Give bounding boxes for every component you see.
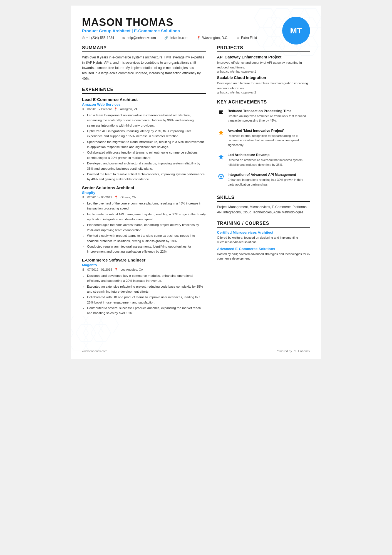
job-2: Senior Solutions Architect Shopify 🗓 02/… — [82, 185, 206, 254]
flag-icon — [217, 109, 225, 117]
avatar: MT — [282, 17, 310, 45]
experience-section: EXPERIENCE Lead E-Commerce Architect Ama… — [82, 87, 206, 316]
training-1: Certified Microservices Architect Offere… — [217, 230, 310, 245]
bullet: Led the overhaul of the core e-commerce … — [87, 201, 206, 211]
extra-field: Extra Field — [241, 36, 257, 40]
bullet: Developed and governed architectural sta… — [87, 161, 206, 171]
achievement-2-content: Awarded 'Most Innovative Project' Receiv… — [228, 129, 310, 147]
svg-point-25 — [220, 176, 222, 177]
calendar-icon-3: 🗓 — [82, 268, 85, 271]
achievement-1: Reduced Transaction Processing Time Crea… — [217, 109, 310, 126]
achievement-2: Awarded 'Most Innovative Project' Receiv… — [217, 129, 310, 151]
achievements-divider — [217, 106, 310, 106]
achievement-2-desc: Received internal recognition for spearh… — [228, 134, 310, 147]
training-2: Advanced E-Commerce Solutions Hosted by … — [217, 247, 310, 261]
training-2-desc: Hosted by edX; covered advanced strategi… — [217, 252, 310, 261]
svg-rect-21 — [219, 110, 219, 115]
achievements-title: KEY ACHIEVEMENTS — [217, 100, 310, 105]
right-column: PROJECTS API Gateway Enhancement Project… — [214, 45, 310, 321]
location-icon: 📍 — [197, 36, 201, 40]
achievement-4: Integration of Advanced API Management E… — [217, 173, 310, 189]
location: Washington, D.C. — [202, 36, 228, 40]
skills-divider — [217, 201, 310, 202]
bullet: Pioneered agile methods across teams, en… — [87, 222, 206, 233]
summary-text: With over 8 years in e-commerce systems … — [82, 55, 206, 82]
job-1-period: 06/2019 - Present — [87, 107, 111, 111]
phone-icon: ✆ — [82, 36, 85, 40]
bullet: Directed the team to resolve critical te… — [87, 172, 206, 182]
job-2-company: Shopify — [82, 191, 206, 195]
bullet: Conducted regular architectural assessme… — [87, 244, 206, 254]
phone: +1-(234)-555-1234 — [86, 36, 114, 40]
experience-divider — [82, 93, 206, 94]
summary-section: SUMMARY With over 8 years in e-commerce … — [82, 45, 206, 82]
experience-title: EXPERIENCE — [82, 87, 206, 92]
achievement-2-title: Awarded 'Most Innovative Project' — [228, 129, 310, 133]
star-blue-icon — [217, 153, 225, 161]
achievement-4-desc: Enhanced integrations resulting in a 30%… — [228, 177, 310, 187]
job-3-title: E-Commerce Software Engineer — [82, 258, 206, 262]
header: MT MASON THOMAS Product Group Architect … — [71, 17, 321, 45]
achievement-1-desc: Created an improved architecture framewo… — [228, 114, 310, 123]
job-2-meta: 🗓 02/2015 - 05/2019 📍 Ottawa, ON — [82, 196, 206, 199]
location-icon-2: 📍 — [114, 196, 118, 199]
powered-by-label: Powered by — [276, 349, 292, 353]
job-2-location: Ottawa, ON — [120, 196, 136, 199]
email-item: ✉ help@enhancv.com — [122, 36, 156, 40]
location-icon-1: 📍 — [114, 107, 118, 111]
job-3-location: Los Angeles, CA — [120, 268, 143, 271]
star-icon: ☆ — [237, 36, 240, 40]
enhancv-icon: ∞ — [294, 349, 296, 353]
bullet: Executed an extensive refactoring projec… — [87, 284, 206, 294]
job-1: Lead E-Commerce Architect Amazon Web Ser… — [82, 97, 206, 182]
location-item: 📍 Washington, D.C. — [197, 36, 228, 40]
linkedin-icon: 🔗 — [164, 36, 168, 40]
skills-title: SKILLS — [217, 195, 310, 200]
svg-marker-22 — [218, 130, 224, 135]
job-3-period: 07/2012 - 01/2015 — [87, 268, 112, 271]
content-wrapper: SUMMARY With over 8 years in e-commerce … — [71, 45, 321, 321]
project-2-link: github.com/enhancv/project2 — [217, 91, 310, 94]
calendar-icon-2: 🗓 — [82, 196, 85, 199]
linkedin: linkedin.com — [170, 36, 188, 40]
bullet: Led a team to implement an innovative mi… — [87, 113, 206, 128]
contact-info: ✆ +1-(234)-555-1234 ✉ help@enhancv.com 🔗… — [82, 36, 310, 40]
bullet: Worked closely with product teams to tra… — [87, 233, 206, 243]
bullet: Designed and developed key e-commerce mo… — [87, 273, 206, 283]
brand-name: Enhancv — [298, 349, 310, 353]
footer: www.enhancv.com Powered by ∞ Enhancv — [82, 349, 310, 353]
summary-divider — [82, 51, 206, 52]
job-title: Product Group Architect | E-Commerce Sol… — [82, 28, 310, 33]
summary-title: SUMMARY — [82, 45, 206, 50]
job-2-bullets: Led the overhaul of the core e-commerce … — [82, 201, 206, 254]
achievement-3-desc: Directed an architecture overhaul that i… — [228, 158, 310, 167]
achievement-4-content: Integration of Advanced API Management E… — [228, 173, 310, 187]
training-divider — [217, 227, 310, 228]
extra-item: ☆ Extra Field — [237, 36, 257, 40]
job-1-meta: 🗓 06/2019 - Present 📍 Arlington, VA — [82, 107, 206, 111]
bullet: Spearheaded the migration to cloud infra… — [87, 139, 206, 150]
job-1-company: Amazon Web Services — [82, 102, 206, 107]
svg-marker-23 — [218, 154, 224, 159]
footer-website: www.enhancv.com — [82, 349, 107, 353]
bullet: Optimized API integrations, reducing lat… — [87, 129, 206, 139]
achievement-1-content: Reduced Transaction Processing Time Crea… — [228, 109, 310, 123]
calendar-icon-1: 🗓 — [82, 107, 85, 111]
name: MASON THOMAS — [82, 17, 310, 28]
star-orange-icon — [217, 129, 225, 137]
job-2-period: 02/2015 - 05/2019 — [87, 196, 112, 199]
training-title: TRAINING / COURSES — [217, 221, 310, 226]
bullet: Collaborated with cross-functional teams… — [87, 150, 206, 160]
achievement-3: Led Architecture Revamp Directed an arch… — [217, 153, 310, 170]
job-2-title: Senior Solutions Architect — [82, 185, 206, 190]
avatar-initials: MT — [290, 26, 302, 35]
achievement-1-title: Reduced Transaction Processing Time — [228, 109, 310, 113]
job-1-location: Arlington, VA — [120, 107, 137, 111]
project-2: Scalable Cloud Integration Developed arc… — [217, 75, 310, 94]
achievement-3-title: Led Architecture Revamp — [228, 153, 310, 157]
project-2-desc: Developed architecture for seamless clou… — [217, 81, 310, 91]
email-icon: ✉ — [122, 36, 125, 40]
email: help@enhancv.com — [126, 36, 156, 40]
job-1-bullets: Led a team to implement an innovative mi… — [82, 113, 206, 182]
resume-page: MT MASON THOMAS Product Group Architect … — [71, 6, 321, 359]
